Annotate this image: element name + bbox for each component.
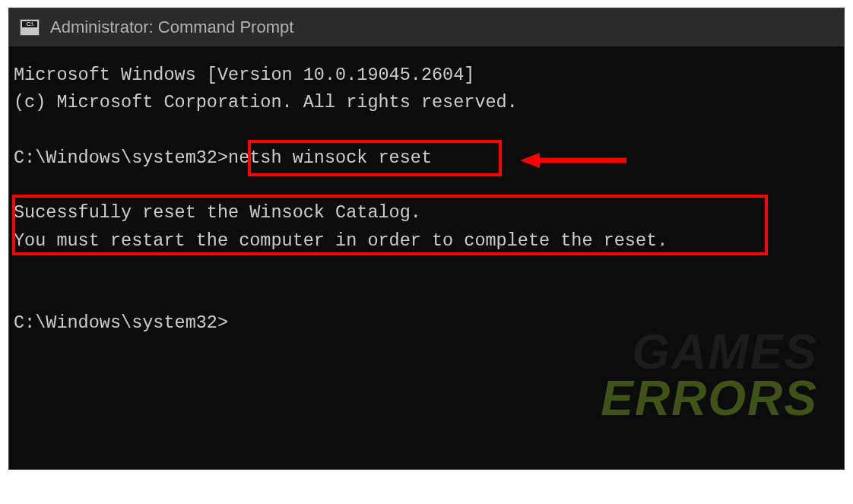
blank-line [14, 117, 839, 144]
version-line: Microsoft Windows [Version 10.0.19045.26… [14, 62, 839, 89]
entered-command: netsh winsock reset [228, 147, 432, 168]
watermark-line2: ERRORS [601, 376, 818, 422]
watermark: GAMES ERRORS [601, 329, 818, 422]
prompt-line-2: C:\Windows\system32> [14, 309, 839, 337]
blank-line [14, 282, 839, 309]
prompt-path: C:\Windows\system32> [14, 147, 228, 168]
output-line-2: You must restart the computer in order t… [14, 227, 839, 255]
copyright-line: (c) Microsoft Corporation. All rights re… [14, 89, 839, 116]
command-prompt-icon: C:\ [20, 19, 40, 36]
blank-line [14, 172, 839, 199]
command-prompt-window: C:\ Administrator: Command Prompt Micros… [8, 8, 845, 470]
blank-line [14, 255, 839, 282]
output-line-1: Sucessfully reset the Winsock Catalog. [14, 199, 839, 227]
prompt-line-1: C:\Windows\system32>netsh winsock reset [14, 144, 839, 172]
terminal-output[interactable]: Microsoft Windows [Version 10.0.19045.26… [9, 46, 844, 342]
titlebar[interactable]: C:\ Administrator: Command Prompt [9, 8, 844, 46]
window-title: Administrator: Command Prompt [50, 17, 293, 37]
